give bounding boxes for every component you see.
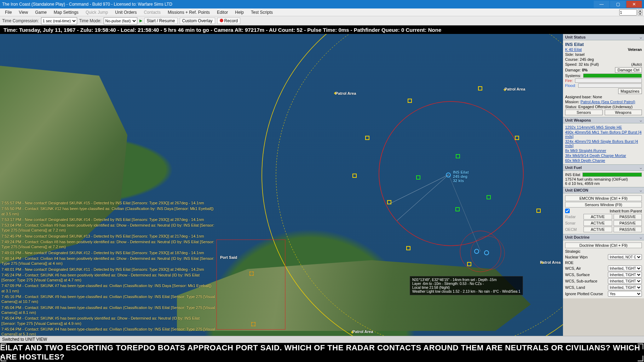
own-unit-ins-eilat[interactable] [446,173,451,177]
doctrine-select[interactable]: Inherited, TIGHT - [608,278,642,284]
weapon-link[interactable]: 38x Mk6/9/14 Depth Charge Mortar [565,153,642,158]
svg-line-7 [449,175,481,251]
time-mode-label: Time Mode: [79,18,102,23]
emcon-window-button[interactable]: EMCON Window (Ctrl + F9) [565,195,642,201]
damage-ctrl-button[interactable]: Damage Ctrl [615,67,642,73]
unit-callout: INS Eilat 245 deg 32 kts [453,170,469,183]
fuel-bar [582,173,642,177]
sensors-window-button[interactable]: Sensors Window (F9) [565,202,642,208]
doctrine-select[interactable]: Inherited, TIGHT - [608,285,642,290]
contact-skunk[interactable] [352,174,357,178]
weapon-link[interactable]: 324x 40mm/70 Mk9 Single Bofors Burst [4 … [565,139,642,148]
radar-passive-button[interactable]: PASSIVE [614,214,642,220]
contact-skunk[interactable] [408,99,412,103]
maximize-icon[interactable]: ▢ [610,1,626,8]
collapse-icon[interactable]: ⌵ [640,235,642,239]
time-status-text: Time: Tuesday, July 11, 1967 - Zulu: 19:… [4,27,441,33]
contact-skunk[interactable] [478,86,482,90]
sensors-button[interactable]: Sensors [565,110,603,115]
collapse-icon[interactable]: ⌵ [640,166,642,170]
spinner-up-icon[interactable]: ▲ [638,9,643,12]
contact-skunk[interactable] [467,262,471,266]
weapon-link[interactable]: 60x Mk9 Depth Charge [565,158,642,163]
section-unit-status: Unit Status⌵ [563,34,644,40]
spinner-down-icon[interactable]: ▼ [638,12,643,16]
message-log[interactable]: 7:55:57 PM - New contact! Designated SKU… [1,200,215,336]
record-button[interactable]: Record [217,18,241,24]
own-unit-escort[interactable] [484,250,489,255]
minimize-icon[interactable]: — [594,1,609,8]
cursor-tooltip: N31°13'49", E32°46'15" - 14nm from sel -… [410,276,523,295]
collapse-icon[interactable]: ⌵ [640,35,642,39]
menu-missions[interactable]: Missions + Ref. Points [164,9,213,16]
custom-overlay-button[interactable]: Custom Overlay [180,18,215,24]
map-view[interactable]: Patrol Area Patrol Area Patrol Area Patr… [0,34,563,336]
section-unit-weapons: Unit Weapons⌵ [563,117,644,123]
weapons-button[interactable]: Weapons [605,110,642,115]
unit-proficiency: Veteran [628,47,642,52]
section-unit-emcon: Unit EMCON⌵ [563,187,644,193]
window-title: The Iron Coast (Standalone Play) - Comma… [2,2,593,7]
contact-neutral[interactable] [456,154,460,158]
contact-skunk[interactable] [406,246,410,250]
contact-skunk[interactable] [387,200,391,204]
unit-name: INS Eilat [565,42,642,47]
menu-game[interactable]: Game [31,9,50,16]
menu-editor[interactable]: Editor [213,9,231,16]
doctrine-select[interactable]: Inherited, TIGHT - [608,272,642,278]
collapse-icon[interactable]: ⌵ [640,188,642,192]
radar-active-button[interactable]: ACTIVE [583,214,612,220]
own-unit-escort[interactable] [474,249,479,254]
doctrine-select[interactable]: Inherited, NOT GR [608,254,642,260]
collapse-icon[interactable]: ⌵ [640,118,642,122]
mission-link[interactable]: Patrol Area (Sea Control Patrol) [580,100,642,104]
toolbar: Time Compression: 1 sec (real-time) Time… [0,16,644,25]
svg-line-6 [397,175,449,221]
flood-bar [578,83,642,88]
ref-label-patrol-area: Patrol Area [352,329,373,334]
doctrine-window-button[interactable]: Doctrine Window (Ctrl + F9) [565,243,642,248]
menu-unit-orders[interactable]: Unit Orders [111,9,140,16]
contact-skunk[interactable] [515,136,519,140]
contact-neutral[interactable] [455,207,460,211]
contact-skunk[interactable] [536,209,541,213]
spinner-input[interactable] [619,9,637,16]
sonar-active-button[interactable]: ACTIVE [583,220,612,226]
section-unit-fuel: Unit Fuel⌵ [563,164,644,171]
contact-neutral[interactable] [416,175,420,180]
oecm-active-button[interactable]: ACTIVE [583,227,612,232]
menu-map-settings[interactable]: Map Settings [50,9,82,16]
weapon-link[interactable]: 490x 40mm/56 Mk1 Twin Bofors DP Burst [4… [565,130,642,139]
inherit-parent-checkbox[interactable] [565,209,570,213]
menu-test-scripts[interactable]: Test Scripts [247,9,276,16]
menubar: File View Game Map Settings Quick Jump U… [0,8,644,16]
start-resume-button[interactable]: Start / Resume [144,18,178,24]
weapon-link[interactable]: 8x Mk9 Straight-Runner [565,148,642,153]
sonar-passive-button[interactable]: PASSIVE [614,220,642,226]
weapon-link[interactable]: 1292x 114mm/45 Mk5 Single HE [565,125,642,130]
doctrine-select[interactable]: Inherited, TIGHT - [608,265,642,271]
oecm-passive-button[interactable]: PASSIVE [614,227,642,232]
toolbar-spinner[interactable]: ▲▼ [619,9,643,16]
close-icon[interactable]: ✕ [626,1,642,8]
contact-neutral[interactable] [487,195,491,199]
doctrine-select[interactable]: Yes [608,291,642,297]
contact-skunk[interactable] [365,136,369,140]
time-mode-select[interactable]: No-pulse (fast) [104,17,137,24]
menu-view[interactable]: View [15,9,31,16]
contact-installation[interactable] [249,272,254,276]
fire-bar [575,78,642,83]
record-dot-icon [220,19,223,22]
magazines-button[interactable]: Magazines [618,88,642,94]
weapons-list: 1292x 114mm/45 Mk5 Single HE 490x 40mm/5… [563,123,644,164]
unit-class-link[interactable]: K 40 Eilat [565,47,582,52]
play-icon[interactable]: ▶ [139,18,142,23]
menu-help[interactable]: Help [231,9,247,16]
systems-bar [583,74,642,78]
time-compression-select[interactable]: 1 sec (real-time) [41,17,77,24]
menu-file[interactable]: File [1,9,15,16]
svg-point-2 [379,101,523,246]
contact-installation[interactable] [251,322,255,326]
menu-contacts: Contacts [140,9,164,16]
section-unit-doctrine: Unit Doctrine⌵ [563,234,644,240]
